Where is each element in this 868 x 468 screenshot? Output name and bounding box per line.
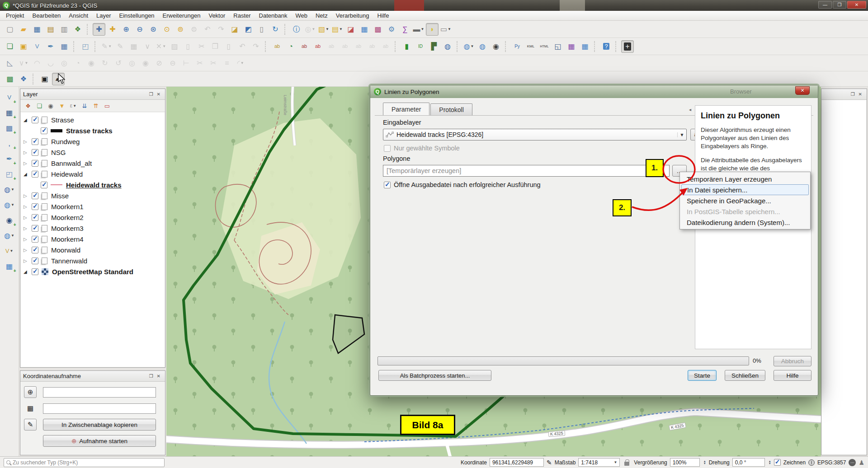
processing-gear-button[interactable]: ⚙ [385,23,398,36]
add-feature-button[interactable]: ∨ [141,40,154,53]
delete-part-button[interactable]: ⊖ [166,57,179,70]
run-feature-action-button[interactable]: ◎▼ [304,23,316,36]
new-virtual-layer-button[interactable]: ◰ [79,40,92,53]
menu-item-speichere-in-geopackage[interactable]: Speichere in GeoPackage... [681,195,809,206]
identify-features-button[interactable]: ⓘ [290,23,303,36]
delete-ring-button[interactable]: ⊘ [153,57,165,70]
new-geopackage-button[interactable]: ✒ [44,40,57,53]
scale-combo[interactable]: 1:7418 ▼ [578,458,620,467]
bookmark-manager-button[interactable]: ▯ [255,23,268,36]
mouse-track-icon[interactable]: ✎ [547,459,552,466]
layer-item-moorkern2[interactable]: ▷Moorkern2 [21,212,165,223]
add-delimited-text-button[interactable]: ,+ [3,137,16,150]
style-manager-button[interactable]: ❖ [71,23,84,36]
menu-ansicht[interactable]: Ansicht [65,11,92,20]
zoom-in-button[interactable]: ⊕ [120,23,132,36]
menu-raster[interactable]: Raster [229,11,255,20]
batch-process-button[interactable]: Als Batchprozess starten... [378,370,491,381]
add-virtual-layer-button[interactable]: ◰+ [3,168,16,180]
menu-item-dateikodierung-ndern-system[interactable]: Dateikodierung ändern (System)... [681,217,809,228]
selected-only-checkbox[interactable] [384,145,391,152]
cancel-button[interactable]: Abbruch [774,356,811,366]
zoom-full-button[interactable]: ⊛ [147,23,160,36]
vertex-tool-button[interactable]: ✕▼ [155,40,167,53]
save-project-button[interactable]: ▦ [31,23,43,36]
fill-ring-button[interactable]: ◉ [139,57,152,70]
expander-closed-icon[interactable]: ▷ [24,139,32,144]
layer-item-heidewald-tracks[interactable]: Heidewald tracks [21,179,165,190]
select-by-value-dropdown-icon[interactable]: ▼ [339,27,343,31]
zoom-native-button[interactable]: ⊜ [188,23,200,36]
cad-tools-button[interactable]: ◺ [4,57,16,70]
cut-features-button[interactable]: ✂ [195,40,208,53]
layer-item-misse[interactable]: ▷Misse [21,190,165,201]
rotation-spinner[interactable]: ▲▼ [769,460,771,465]
expander-closed-icon[interactable]: ▷ [24,237,32,242]
visibility-checkbox[interactable] [32,236,38,243]
offset-curve-button[interactable]: ◡ [44,57,57,70]
change-label-properties-button[interactable]: ab [379,40,392,53]
paste-features-button[interactable]: ▯ [222,40,235,53]
run-feature-action-dropdown-icon[interactable]: ▼ [312,27,316,31]
maximize-button[interactable]: ❐ [833,1,846,9]
dialog-close-button[interactable]: ✕ [795,86,810,95]
add-postgis-layer-button[interactable]: ◍▼ [3,183,16,196]
zoom-to-selection-button[interactable]: ⊙ [160,23,173,36]
measure-dropdown-icon[interactable]: ▼ [421,27,425,31]
layer-item-strasse-tracks[interactable]: Strasse tracks [21,125,165,136]
refresh-map-button[interactable]: ↻ [269,23,282,36]
log-person-icon[interactable]: ♟ [859,459,864,466]
expander-closed-icon[interactable]: ▷ [24,258,32,263]
filter-by-expression-button[interactable]: ε▼ [68,101,78,111]
output-path-input[interactable]: [Temporärlayer erzeugen] [383,165,670,177]
layer-item-moorwald[interactable]: ▷Moorwald [21,244,165,255]
web-service-2-button[interactable]: ◍ [476,40,489,53]
web-service-1-button[interactable]: ◍▼ [462,40,475,53]
close-panel-icon[interactable]: ✕ [155,373,162,379]
advanced-digitizing-dd-dropdown-icon[interactable]: ▼ [24,61,28,65]
vertex-tool-dropdown-icon[interactable]: ▼ [162,44,166,48]
layout-manager-button[interactable]: ▥ [58,23,71,36]
layer-item-moorkern3[interactable]: ▷Moorkern3 [21,223,165,234]
coord-panel-titlebar[interactable]: Koordinatenaufnahme ❐ ✕ [20,371,165,382]
add-vector-tile-layer-button[interactable]: V▼ [3,245,16,257]
statistics-sum-button[interactable]: ∑ [399,23,411,36]
menu-layer[interactable]: Layer [92,11,115,20]
expander-open-icon[interactable]: ◢ [24,269,32,274]
add-wfs-layer-dropdown-icon[interactable]: ▼ [11,234,14,238]
render-checkbox[interactable] [774,459,781,466]
select-by-value-button[interactable]: ▤▼ [331,23,344,36]
tab-parameter[interactable]: Parameter [383,103,429,115]
close-panel-icon[interactable]: ✕ [857,91,864,97]
help-collapse-icon[interactable]: ◂ [689,107,691,112]
split-features-button[interactable]: ◎ [58,57,71,70]
add-mesh-layer-button[interactable]: ▩+ [3,122,16,134]
copy-move-feature-button[interactable]: ✂ [207,57,220,70]
pin-labels-button[interactable]: ab [298,40,311,53]
remove-layer-button[interactable]: ▭ [102,101,112,111]
menu-netz[interactable]: Netz [311,11,332,20]
coord-capture-field-1[interactable] [43,387,156,398]
menu-vektor[interactable]: Vektor [204,11,229,20]
attribute-grid-plugin-button[interactable]: ▦ [579,40,591,53]
crs-globe-icon[interactable] [808,459,815,466]
layer-panel-titlebar[interactable]: Layer ❐ ✕ [20,89,165,100]
layer-item-moorkern4[interactable]: ▷Moorkern4 [21,234,165,244]
plugin-photo-button[interactable]: ▛ [428,40,440,53]
modify-attributes-button[interactable]: ▨ [168,40,181,53]
visibility-checkbox[interactable] [32,171,38,178]
minimize-button[interactable]: — [818,1,832,9]
track-mouse-icon[interactable]: ✎ [24,419,37,431]
input-layer-combo[interactable]: Heidewald tracks [EPSG:4326] ▼ [383,129,687,140]
zoom-last-button[interactable]: ↶ [201,23,214,36]
combo-dropdown-icon[interactable]: ▼ [677,132,686,137]
plugin-db-button[interactable]: ◍ [441,40,454,53]
add-vector-layer-button[interactable]: V+ [3,91,16,103]
advanced-digitizing-dd-button[interactable]: ∨▼ [17,57,30,70]
float-panel-icon[interactable]: ❐ [849,91,857,97]
import-photos-button[interactable]: ▣ [38,73,51,85]
tab-protokoll[interactable]: Protokoll [430,103,472,115]
move-label-diagram-button[interactable]: ab [352,40,365,53]
model-designer-button[interactable]: ❖ [17,73,30,85]
expander-closed-icon[interactable]: ▷ [24,150,32,155]
